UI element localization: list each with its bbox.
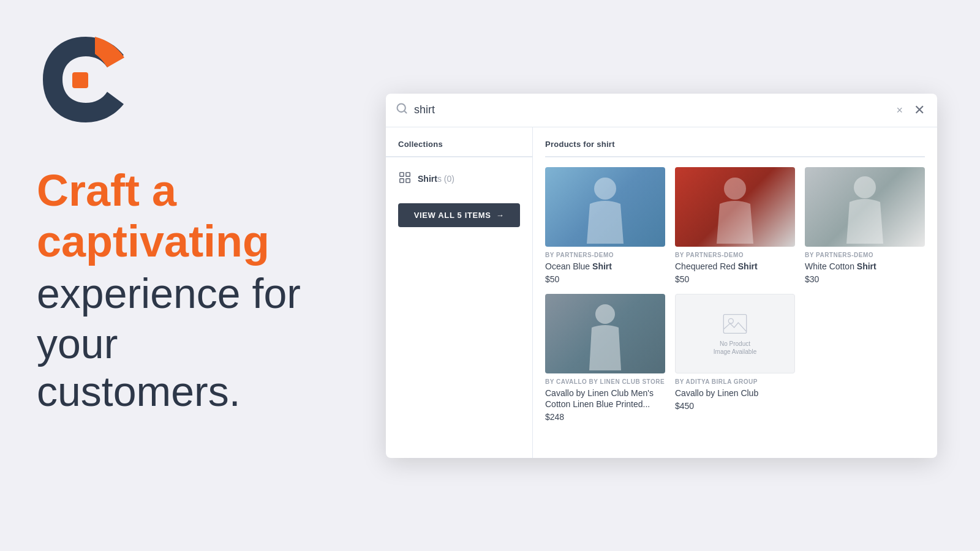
product-name-5: Cavallo by Linen Club: [675, 388, 795, 399]
collection-item-shirts[interactable]: Shirts (0): [386, 165, 532, 193]
grid-icon: [398, 171, 412, 187]
search-input[interactable]: [414, 103, 888, 116]
product-vendor-1: BY PARTNERS-DEMO: [545, 252, 665, 258]
svg-rect-11: [723, 314, 746, 333]
product-info-2: BY PARTNERS-DEMO Chequered Red Shirt $50: [675, 252, 795, 284]
search-overlay: × ✕ Collections: [386, 94, 937, 458]
collections-panel: Collections Shirts (0): [386, 127, 533, 458]
product-image-3: [805, 167, 925, 247]
logo: [37, 31, 135, 129]
product-price-2: $50: [675, 274, 795, 284]
product-card-4[interactable]: BY CAVALLO BY LINEN CLUB STORE Cavallo b…: [545, 294, 665, 422]
svg-point-12: [728, 318, 733, 323]
product-card-2[interactable]: BY PARTNERS-DEMO Chequered Red Shirt $50: [675, 167, 795, 284]
product-info-4: BY CAVALLO BY LINEN CLUB STORE Cavallo b…: [545, 378, 665, 422]
product-info-5: BY ADITYA BIRLA GROUP Cavallo by Linen C…: [675, 378, 795, 411]
product-price-1: $50: [545, 274, 665, 284]
search-clear-button[interactable]: ×: [894, 102, 905, 118]
collections-title: Collections: [386, 140, 532, 157]
product-image-4: [545, 294, 665, 373]
products-title: Products for shirt: [545, 140, 925, 157]
product-vendor-5: BY ADITYA BIRLA GROUP: [675, 378, 795, 385]
product-card-1[interactable]: BY PARTNERS-DEMO Ocean Blue Shirt $50: [545, 167, 665, 284]
product-image-1: [545, 167, 665, 247]
product-card-3[interactable]: BY PARTNERS-DEMO White Cotton Shirt $30: [805, 167, 925, 284]
svg-rect-5: [400, 178, 404, 182]
svg-rect-4: [406, 172, 410, 176]
product-price-3: $30: [805, 274, 925, 284]
search-close-button[interactable]: ✕: [911, 101, 927, 119]
headline-line4: your customers.: [37, 320, 331, 415]
svg-point-7: [594, 178, 616, 200]
product-info-3: BY PARTNERS-DEMO White Cotton Shirt $30: [805, 252, 925, 284]
headline-line3: experience for: [37, 269, 331, 317]
product-name-1: Ocean Blue Shirt: [545, 261, 665, 272]
product-price-5: $450: [675, 401, 795, 411]
product-image-5: No ProductImage Available: [675, 294, 795, 373]
svg-rect-6: [406, 178, 410, 182]
product-name-3: White Cotton Shirt: [805, 261, 925, 272]
view-all-button[interactable]: VIEW ALL 5 ITEMS →: [398, 203, 520, 227]
svg-point-10: [595, 304, 615, 324]
search-icon: [396, 102, 408, 118]
product-vendor-3: BY PARTNERS-DEMO: [805, 252, 925, 258]
product-name-4: Cavallo by Linen Club Men's Cotton Linen…: [545, 388, 665, 410]
products-panel: Products for shirt BY PARTNERS-DEMO: [533, 127, 937, 458]
product-card-5[interactable]: No ProductImage Available BY ADITYA BIRL…: [675, 294, 795, 422]
svg-point-9: [854, 176, 876, 198]
product-vendor-2: BY PARTNERS-DEMO: [675, 252, 795, 258]
product-info-1: BY PARTNERS-DEMO Ocean Blue Shirt $50: [545, 252, 665, 284]
headline-line2: captivating: [37, 216, 331, 267]
search-bar: × ✕: [386, 94, 937, 127]
product-image-2: [675, 167, 795, 247]
svg-line-2: [404, 111, 407, 113]
view-all-label: VIEW ALL 5 ITEMS: [414, 211, 491, 220]
headline: Craft a captivating experience for your …: [37, 165, 331, 415]
product-price-4: $248: [545, 412, 665, 422]
svg-rect-0: [72, 72, 88, 88]
left-panel: Craft a captivating experience for your …: [0, 0, 368, 551]
product-name-2: Chequered Red Shirt: [675, 261, 795, 272]
search-body: Collections Shirts (0): [386, 127, 937, 458]
products-grid: BY PARTNERS-DEMO Ocean Blue Shirt $50: [545, 167, 925, 422]
view-all-arrow: →: [496, 211, 505, 220]
svg-point-8: [724, 178, 746, 200]
collection-label-shirts: Shirts (0): [418, 174, 454, 184]
right-panel: × ✕ Collections: [368, 0, 980, 551]
headline-line1: Craft a: [37, 165, 331, 216]
svg-rect-3: [400, 172, 404, 176]
product-vendor-4: BY CAVALLO BY LINEN CLUB STORE: [545, 378, 665, 385]
